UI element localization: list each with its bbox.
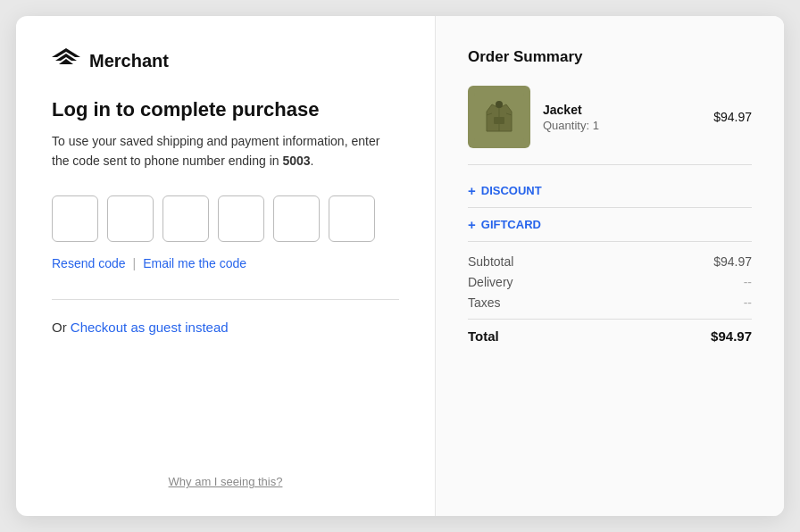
resend-code-link[interactable]: Resend code: [52, 256, 126, 270]
logo-row: Merchant: [52, 48, 399, 73]
code-digit-1[interactable]: [52, 195, 98, 242]
product-info: Jacket Quantity: 1: [543, 103, 701, 132]
giftcard-label: GIFTCARD: [481, 218, 541, 231]
login-description: To use your saved shipping and payment i…: [52, 132, 399, 170]
total-value: $94.97: [711, 328, 752, 344]
subtotal-label: Subtotal: [468, 254, 513, 269]
discount-row[interactable]: + DISCOUNT: [468, 174, 752, 208]
code-action-links: Resend code | Email me the code: [52, 256, 399, 270]
why-seeing-this-link[interactable]: Why am I seeing this?: [169, 475, 283, 488]
why-link-row: Why am I seeing this?: [52, 473, 399, 489]
code-digit-3[interactable]: [162, 195, 209, 242]
code-digit-6[interactable]: [329, 195, 375, 242]
order-summary-section: Subtotal $94.97 Delivery -- Taxes -- Tot…: [468, 254, 752, 344]
merchant-logo-icon: [52, 48, 80, 73]
guest-checkout-link[interactable]: Checkout as guest instead: [71, 320, 229, 335]
giftcard-plus-icon: +: [468, 217, 476, 232]
order-divider-2: [468, 319, 752, 320]
divider: [52, 299, 399, 300]
svg-rect-4: [494, 117, 504, 124]
subtotal-row: Subtotal $94.97: [468, 254, 752, 269]
right-panel: Order Summary Jacket Quantity: 1: [436, 16, 784, 516]
link-separator: |: [133, 256, 137, 270]
taxes-label: Taxes: [468, 295, 501, 310]
discount-label: DISCOUNT: [481, 184, 542, 197]
product-quantity: Quantity: 1: [543, 119, 701, 132]
discount-plus-icon: +: [468, 183, 476, 198]
taxes-row: Taxes --: [468, 295, 752, 310]
delivery-label: Delivery: [468, 275, 513, 289]
guest-row: Or Checkout as guest instead: [52, 320, 399, 335]
delivery-row: Delivery --: [468, 275, 752, 289]
code-digit-5[interactable]: [273, 195, 320, 242]
checkout-modal: Merchant Log in to complete purchase To …: [16, 16, 784, 516]
order-divider-1: [468, 164, 752, 165]
taxes-value: --: [744, 295, 752, 310]
product-name: Jacket: [543, 103, 701, 117]
code-input-group: [52, 195, 399, 242]
merchant-name: Merchant: [89, 51, 169, 71]
code-digit-2[interactable]: [107, 195, 154, 242]
product-row: Jacket Quantity: 1 $94.97: [468, 86, 752, 148]
total-row: Total $94.97: [468, 328, 752, 344]
product-price: $94.97: [713, 110, 752, 124]
subtotal-value: $94.97: [713, 254, 752, 269]
login-title: Log in to complete purchase: [52, 98, 399, 121]
left-panel: Merchant Log in to complete purchase To …: [16, 16, 436, 516]
code-digit-4[interactable]: [218, 195, 264, 242]
email-code-link[interactable]: Email me the code: [143, 256, 246, 270]
giftcard-row[interactable]: + GIFTCARD: [468, 208, 752, 242]
product-image: [468, 86, 530, 148]
order-summary-title: Order Summary: [468, 48, 752, 66]
svg-point-5: [496, 101, 503, 108]
delivery-value: --: [744, 275, 752, 289]
total-label: Total: [468, 328, 499, 344]
